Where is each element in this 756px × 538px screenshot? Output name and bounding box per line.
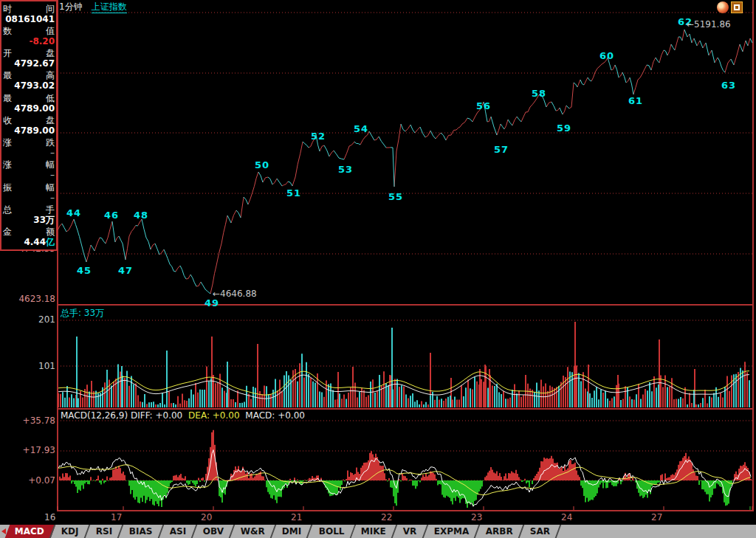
quote-label-right: 低 [46,94,55,103]
date-label-17: 17 [111,512,122,523]
tab-boll[interactable]: BOLL [309,525,355,538]
wave-label-59: 59 [557,123,571,134]
quote-value: 4789.00 [3,125,55,136]
wave-label-60: 60 [599,50,614,61]
flower-icon[interactable] [717,1,729,13]
quote-label-right: 值 [46,27,55,36]
quote-label-left: 振 [3,183,12,193]
quote-row-4: 最低 4789.00 [3,92,55,114]
macd-dea-text: DEA: +0.00 [188,410,239,421]
volume-bars-cyan [63,328,749,407]
quote-row-0: 时间 08161041 [3,3,55,25]
date-label-16: 16 [44,512,55,523]
wave-label-51: 51 [286,187,301,199]
chart-header: 1分钟上证指数 [59,1,127,13]
quote-label-right: 高 [46,71,55,80]
macd-histogram-negative [72,480,732,508]
quote-label-right: 额 [46,227,55,237]
date-label-27: 27 [651,512,662,523]
tab-expma[interactable]: EXPMA [424,525,480,538]
low-price-annotation: ←4646.88 [213,289,257,299]
quote-value: 4789.00 [3,103,55,114]
quote-label-right: 手 [46,205,55,215]
tab-bias[interactable]: BIAS [120,525,164,538]
quote-label-right: 幅 [46,183,55,193]
window-icons [717,1,743,13]
quote-value: 33万 [3,215,55,225]
tab-sar[interactable]: SAR [520,525,562,538]
quote-row-5: 收盘 4789.00 [3,114,55,137]
period-label: 1分钟 [59,1,83,12]
date-label-22: 22 [381,512,392,523]
quote-row-8: 振幅 – [3,182,55,204]
high-price-annotation: ←5191.86 [687,19,731,30]
tab-macd[interactable]: MACD [5,525,56,538]
tab-kdj[interactable]: KDJ [52,525,90,538]
quote-label-left: 涨 [3,138,12,148]
tab-arbr[interactable]: ARBR [476,525,524,538]
date-label-24: 24 [561,512,572,523]
quote-row-9: 总手 33万 [3,204,55,226]
quote-label-right: 盘 [46,116,55,125]
wave-label-55: 55 [388,191,403,202]
wave-label-58: 58 [532,88,546,99]
quote-label-left: 开 [3,49,12,58]
macd-axis-label: +0.07 [0,475,55,486]
quote-value: – [3,148,55,158]
quote-row-1: 数值 -8.20 [3,25,55,47]
price-axis-label: 4623.18 [0,294,55,304]
quote-row-3: 最高 4793.02 [3,70,55,92]
tab-mike[interactable]: MIKE [351,525,397,538]
charts-canvas[interactable] [0,0,756,538]
quote-value: – [3,170,55,180]
quote-value: 4792.67 [3,58,55,69]
tab-rsi[interactable]: RSI [86,525,123,538]
wave-label-53: 53 [338,164,353,175]
quote-value: 4793.02 [3,80,55,91]
macd-diff-text: MACD(12,26,9) DIFF: +0.00 [61,410,182,421]
tab-dmi[interactable]: DMI [272,525,313,538]
tab-obv[interactable]: OBV [193,525,236,538]
quote-label-left: 数 [3,27,12,36]
quote-row-6: 涨跌 – [3,137,55,159]
quote-label-left: 时 [3,4,12,14]
wave-label-46: 46 [104,210,119,221]
wave-label-45: 45 [77,265,92,276]
quote-label-right: 间 [46,4,55,14]
quote-info-panel: 时间 08161041数值 -8.20开盘 4792.67最高 4793.02最… [0,0,58,251]
date-label-21: 21 [291,512,302,523]
macd-header: MACD(12,26,9) DIFF: +0.00 DEA: +0.00 MAC… [61,410,305,421]
wave-label-56: 56 [476,100,491,111]
wave-label-54: 54 [354,123,368,134]
quote-label-left: 最 [3,94,12,103]
quote-label-right: 盘 [46,49,55,58]
wave-label-47: 47 [118,265,133,276]
quote-label-left: 最 [3,71,12,80]
symbol-link[interactable]: 上证指数 [92,1,127,13]
quote-value: 08161041 [3,14,55,24]
volume-axis-label: 101 [0,361,55,371]
quote-label-right: 跌 [46,138,55,148]
wave-label-57: 57 [494,144,509,155]
quote-label-right: 幅 [46,160,55,170]
wave-label-44: 44 [66,207,81,218]
quote-row-7: 涨幅 – [3,159,55,182]
wave-label-61: 61 [628,95,643,106]
tab-asi[interactable]: ASI [159,525,197,538]
tab-wr[interactable]: W&R [231,525,277,538]
macd-macd-text: MACD: +0.00 [245,410,305,421]
quote-row-2: 开盘 4792.67 [3,48,55,70]
date-label-23: 23 [471,512,482,523]
wave-label-48: 48 [134,210,148,221]
restore-window-icon[interactable] [731,1,743,13]
wave-label-50: 50 [255,159,269,170]
macd-axis-label: +17.93 [0,445,55,455]
wave-label-63: 63 [721,80,736,91]
quote-row-10: 金额 4.44亿 [3,227,55,249]
quote-value: 4.44亿 [3,237,55,247]
tab-vr[interactable]: VR [394,525,428,538]
macd-axis-label: +35.78 [0,415,55,426]
date-label-20: 20 [201,512,212,523]
unit-suffix: 亿 [46,237,55,247]
wave-label-49: 49 [205,297,219,308]
